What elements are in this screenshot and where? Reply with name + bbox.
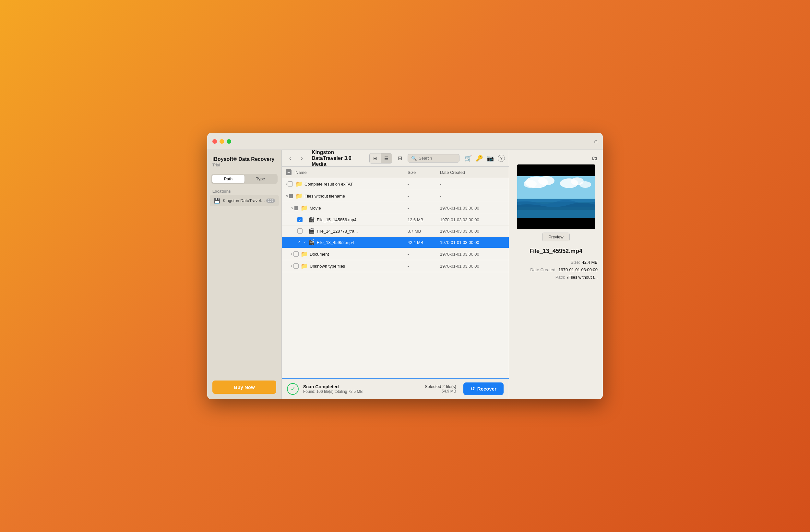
- location-badge: 106: [266, 198, 275, 203]
- search-box: 🔍: [408, 154, 459, 162]
- file-date: -: [440, 182, 505, 187]
- buy-now-button[interactable]: Buy Now: [212, 381, 276, 394]
- file-date: 1970-01-01 03:00:00: [440, 206, 505, 211]
- cart-icon[interactable]: 🛒: [465, 155, 472, 162]
- header-date: Date Created: [440, 170, 505, 175]
- app-subtitle: Trial: [212, 163, 276, 167]
- table-row[interactable]: › 📁 Document - 1970-01-01 03:00:00: [282, 248, 509, 260]
- search-input[interactable]: [419, 156, 456, 161]
- filter-button[interactable]: ⊟: [395, 154, 405, 163]
- row-checkbox[interactable]: [293, 263, 298, 269]
- list-view-button[interactable]: ☰: [381, 154, 392, 163]
- size-label: Size:: [571, 260, 580, 265]
- meta-size-row: Size: 42.4 MB: [514, 260, 598, 265]
- selected-count: Selected 2 file(s): [425, 384, 456, 389]
- grid-view-button[interactable]: ⊞: [370, 154, 381, 163]
- file-size: -: [408, 194, 440, 198]
- date-label: Date Created:: [530, 267, 556, 272]
- minimize-button[interactable]: [220, 139, 224, 144]
- row-checkbox[interactable]: [302, 240, 307, 245]
- recover-button[interactable]: ↺ Recover: [463, 383, 504, 395]
- file-list-header: − Name Size Date Created: [282, 167, 509, 178]
- file-name: Files without filename: [305, 194, 408, 198]
- row-checkbox[interactable]: [297, 217, 303, 222]
- sidebar-location-item[interactable]: 💾 Kingston DataTravele... 106: [210, 195, 279, 206]
- size-value: 42.4 MB: [582, 260, 598, 265]
- content-area: ‹ › Kingston DataTraveler 3.0 Media ⊞ ☰ …: [282, 150, 509, 399]
- home-icon[interactable]: ⌂: [594, 138, 598, 145]
- preview-toolbar: 🗂: [514, 155, 598, 162]
- scan-text: Scan Completed Found: 106 file(s) totali…: [303, 384, 420, 394]
- recover-icon: ↺: [470, 386, 475, 392]
- file-name: Movie: [310, 206, 408, 211]
- scan-detail: Found: 106 file(s) totaling 72.5 MB: [303, 389, 420, 394]
- header-minus-icon[interactable]: −: [286, 169, 292, 175]
- main-layout: iBoysoft® Data Recovery Trial Path Type …: [207, 150, 603, 399]
- file-date: -: [440, 194, 505, 198]
- forward-button[interactable]: ›: [297, 154, 306, 163]
- table-row[interactable]: 🎬 File_14_128778_tra... 8.7 MB 1970-01-0…: [282, 225, 509, 237]
- back-button[interactable]: ‹: [286, 154, 295, 163]
- key-icon[interactable]: 🔑: [476, 155, 483, 162]
- sidebar: iBoysoft® Data Recovery Trial Path Type …: [207, 150, 282, 399]
- file-name: File_13_45952.mp4: [317, 240, 408, 245]
- toolbar-right-icons: 🛒 🔑 📷 ?: [465, 155, 505, 162]
- file-name: File_15_145856.mp4: [317, 217, 408, 222]
- tab-type[interactable]: Type: [244, 175, 277, 183]
- collapse-icon[interactable]: −: [294, 206, 298, 210]
- folder-icon: 📁: [301, 262, 308, 270]
- date-value: 1970-01-01 03:00:00: [558, 267, 598, 272]
- selected-size: 54.9 MB: [425, 389, 456, 393]
- collapse-icon[interactable]: −: [289, 194, 293, 198]
- close-button[interactable]: [212, 139, 217, 144]
- scan-title: Scan Completed: [303, 384, 420, 389]
- table-row[interactable]: ∨ − 📁 Files without filename - -: [282, 190, 509, 202]
- file-date: 1970-01-03 03:00:00: [440, 217, 505, 222]
- folder-icon: 📁: [295, 180, 303, 188]
- svg-rect-1: [517, 217, 595, 229]
- titlebar: ⌂: [207, 133, 603, 150]
- meta-date-row: Date Created: 1970-01-01 03:00:00: [514, 267, 598, 272]
- svg-point-4: [538, 176, 554, 185]
- file-size: -: [408, 264, 440, 269]
- table-row[interactable]: ✓ 🎬 File_13_45952.mp4 42.4 MB 1970-01-01…: [282, 237, 509, 248]
- scan-complete-icon: ✓: [287, 383, 298, 395]
- view-toggle: ⊞ ☰: [369, 153, 392, 163]
- path-value: /Files without f...: [567, 275, 598, 280]
- header-checkbox-col: −: [286, 169, 295, 175]
- file-name: Unknown type files: [310, 264, 408, 269]
- maximize-button[interactable]: [227, 139, 231, 144]
- table-row[interactable]: › 📁 Unknown type files - 1970-01-01 03:0…: [282, 260, 509, 272]
- app-window: ⌂ iBoysoft® Data Recovery Trial Path Typ…: [207, 133, 603, 399]
- folder-icon: 📁: [301, 251, 308, 258]
- table-row[interactable]: 🎬 File_15_145856.mp4 12.6 MB 1970-01-03 …: [282, 214, 509, 225]
- row-checkbox[interactable]: [293, 252, 298, 257]
- folder-icon: 📁: [301, 204, 308, 211]
- traffic-lights: [212, 139, 231, 144]
- video-file-icon: 🎬: [308, 216, 315, 223]
- camera-icon[interactable]: 📷: [487, 155, 494, 162]
- svg-point-5: [524, 180, 537, 188]
- table-row[interactable]: › 📁 Complete result on exFAT - -: [282, 178, 509, 190]
- help-icon[interactable]: ?: [498, 155, 505, 162]
- sidebar-tabs: Path Type: [211, 174, 278, 184]
- locations-label: Locations: [207, 187, 281, 195]
- table-row[interactable]: ∨ − 📁 Movie - 1970-01-01 03:00:00: [282, 202, 509, 214]
- row-checkbox[interactable]: [297, 228, 303, 233]
- preview-meta: Size: 42.4 MB Date Created: 1970-01-01 0…: [514, 260, 598, 282]
- preview-toolbar-icon[interactable]: 🗂: [592, 155, 598, 162]
- preview-button[interactable]: Preview: [542, 232, 569, 241]
- tab-path[interactable]: Path: [212, 175, 244, 183]
- file-size: 12.6 MB: [408, 217, 440, 222]
- preview-image-container: [517, 164, 595, 229]
- row-checkbox[interactable]: [288, 181, 293, 187]
- file-name: Complete result on exFAT: [305, 182, 408, 187]
- file-date: 1970-01-01 03:00:00: [440, 252, 505, 257]
- file-date: 1970-01-03 03:00:00: [440, 229, 505, 233]
- header-name: Name: [295, 170, 408, 175]
- preview-image: [517, 164, 595, 229]
- file-date: 1970-01-01 03:00:00: [440, 264, 505, 269]
- browser-toolbar: ‹ › Kingston DataTraveler 3.0 Media ⊞ ☰ …: [282, 150, 509, 167]
- file-list: › 📁 Complete result on exFAT - - ∨ −: [282, 178, 509, 378]
- file-name: Document: [310, 252, 408, 257]
